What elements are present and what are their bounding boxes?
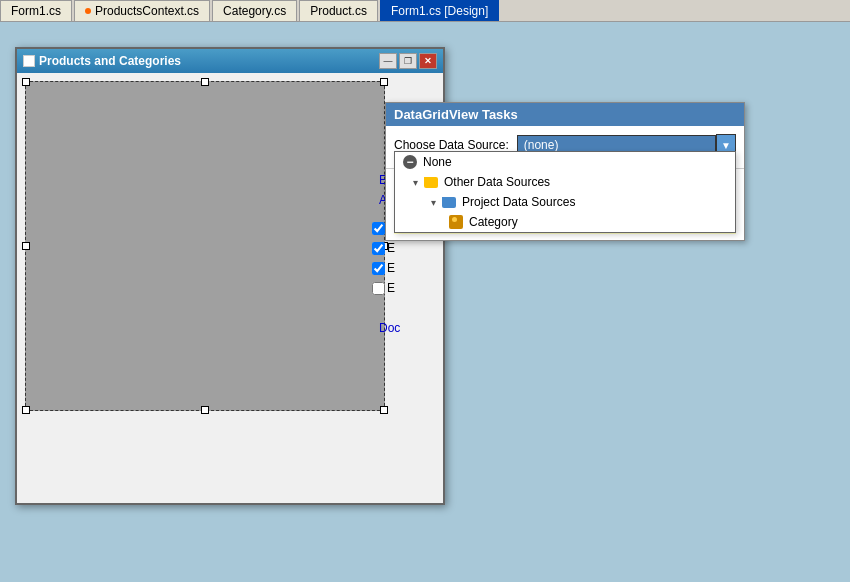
tasks-header-label: DataGridView Tasks	[394, 107, 518, 122]
window-grid-icon	[23, 55, 35, 67]
menu-item-other-sources[interactable]: ▾ Other Data Sources	[395, 172, 735, 192]
form-content: Edit Add E E E E Doc	[17, 73, 443, 503]
form-designer: Edit Add E E E E Doc	[17, 73, 443, 503]
tasks-panel: DataGridView Tasks Choose Data Source: (…	[385, 102, 745, 241]
checkbox4-partial-input[interactable]	[372, 282, 385, 295]
none-icon	[403, 155, 417, 169]
tab-categorycs-label: Category.cs	[223, 4, 286, 18]
window-titlebar: Products and Categories — ❐ ✕	[17, 49, 443, 73]
tab-productscontext-dot	[85, 8, 91, 14]
chevron-expand-icon: ▾	[413, 177, 418, 188]
checkbox2-partial: E	[372, 241, 395, 255]
menu-item-none[interactable]: None	[395, 152, 735, 172]
tab-form1cs-label: Form1.cs	[11, 4, 61, 18]
tab-form1design[interactable]: Form1.cs [Design]	[380, 0, 499, 21]
tab-productcs-label: Product.cs	[310, 4, 367, 18]
menu-item-none-label: None	[423, 155, 452, 169]
checkbox3-partial-input[interactable]	[372, 262, 385, 275]
tab-form1design-label: Form1.cs [Design]	[391, 4, 488, 18]
folder-icon-2	[442, 197, 456, 208]
checkbox3-partial-label: E	[387, 261, 395, 275]
resize-handle-br[interactable]	[380, 406, 388, 414]
menu-item-category-label: Category	[469, 215, 518, 229]
resize-handle-tm[interactable]	[201, 78, 209, 86]
window-controls: — ❐ ✕	[379, 53, 437, 69]
menu-item-project-sources[interactable]: ▾ Project Data Sources	[395, 192, 735, 212]
checkbox2-partial-input[interactable]	[372, 242, 385, 255]
tab-productscontext[interactable]: ProductsContext.cs	[74, 0, 210, 21]
close-button[interactable]: ✕	[419, 53, 437, 69]
datasource-dropdown-menu: None ▾ Other Data Sources ▾ Project Data…	[394, 151, 736, 233]
tab-productscontext-label: ProductsContext.cs	[95, 4, 199, 18]
checkbox4-partial: E	[372, 281, 395, 295]
checkbox2-partial-label: E	[387, 241, 395, 255]
chevron-expand-icon-2: ▾	[431, 197, 436, 208]
window-title-text: Products and Categories	[39, 54, 181, 68]
resize-handle-ml[interactable]	[22, 242, 30, 250]
checkbox1-partial-input[interactable]	[372, 222, 385, 235]
resize-handle-bm[interactable]	[201, 406, 209, 414]
main-area: Products and Categories — ❐ ✕	[0, 22, 850, 582]
designer-window: Products and Categories — ❐ ✕	[15, 47, 445, 505]
menu-item-other-sources-label: Other Data Sources	[444, 175, 550, 189]
restore-button[interactable]: ❐	[399, 53, 417, 69]
tasks-panel-header: DataGridView Tasks	[386, 103, 744, 126]
tab-productcs[interactable]: Product.cs	[299, 0, 378, 21]
entity-icon-key	[452, 217, 457, 222]
menu-item-project-sources-label: Project Data Sources	[462, 195, 575, 209]
minimize-button[interactable]: —	[379, 53, 397, 69]
tab-categorycs[interactable]: Category.cs	[212, 0, 297, 21]
checkbox3-partial: E	[372, 261, 395, 275]
datagrid-view[interactable]	[25, 81, 385, 411]
folder-icon-1	[424, 177, 438, 188]
tasks-body: Choose Data Source: (none) ▼ None ▾ Othe…	[386, 126, 744, 168]
doc-partial: Doc	[379, 321, 400, 335]
tab-form1cs[interactable]: Form1.cs	[0, 0, 72, 21]
resize-handle-tl[interactable]	[22, 78, 30, 86]
resize-handle-tr[interactable]	[380, 78, 388, 86]
resize-handle-bl[interactable]	[22, 406, 30, 414]
checkbox4-partial-label: E	[387, 281, 395, 295]
tab-bar: Form1.cs ProductsContext.cs Category.cs …	[0, 0, 850, 22]
entity-icon	[449, 215, 463, 229]
choose-datasource-label: Choose Data Source:	[394, 138, 509, 152]
window-title: Products and Categories	[23, 54, 181, 68]
menu-item-category[interactable]: Category	[395, 212, 735, 232]
